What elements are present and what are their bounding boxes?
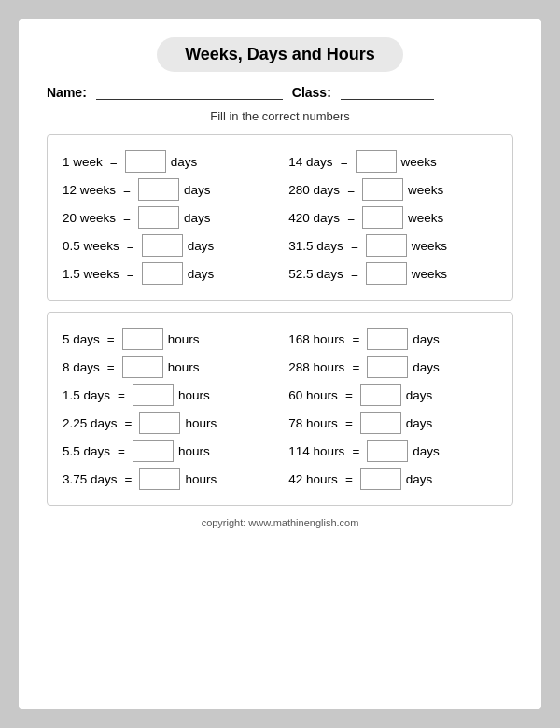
right-answer-input[interactable] xyxy=(362,178,403,201)
left-answer-input[interactable] xyxy=(139,412,180,434)
right-answer-input[interactable] xyxy=(367,356,408,378)
page: Weeks, Days and Hours Name: Class: Fill … xyxy=(19,19,541,709)
right-unit: days xyxy=(413,360,440,374)
left-question: 20 weeks xyxy=(63,211,116,225)
table-row: 1.5 weeks = days 52.5 days = weeks xyxy=(63,262,497,285)
equals-sign: = xyxy=(127,239,134,253)
table-row: 1.5 days = hours 60 hours = days xyxy=(63,384,497,406)
left-answer-input[interactable] xyxy=(122,328,163,350)
right-question: 288 hours xyxy=(288,360,344,374)
left-answer-input[interactable] xyxy=(133,384,174,406)
right-answer-input[interactable] xyxy=(360,468,401,490)
equals-sign: = xyxy=(107,360,115,374)
name-input-line[interactable] xyxy=(96,85,283,100)
left-answer-input[interactable] xyxy=(125,150,166,173)
left-answer-input[interactable] xyxy=(142,234,183,257)
left-question: 12 weeks xyxy=(63,183,116,197)
left-question: 1 week xyxy=(63,155,103,169)
right-answer-input[interactable] xyxy=(367,328,408,350)
left-group: 2.25 days = hours xyxy=(63,412,272,434)
equals-sign: = xyxy=(125,472,133,486)
right-group: 31.5 days = weeks xyxy=(288,234,497,257)
left-group: 3.75 days = hours xyxy=(63,468,272,490)
left-unit: days xyxy=(184,211,211,225)
right-question: 14 days xyxy=(288,155,332,169)
equals-sign: = xyxy=(352,444,359,458)
page-title: Weeks, Days and Hours xyxy=(157,37,403,72)
left-group: 8 days = hours xyxy=(63,356,272,378)
right-answer-input[interactable] xyxy=(366,234,407,257)
equals-sign: = xyxy=(107,332,115,346)
table-row: 8 days = hours 288 hours = days xyxy=(63,356,497,378)
right-group: 78 hours = days xyxy=(288,412,497,434)
left-answer-input[interactable] xyxy=(138,178,179,201)
equals-sign: = xyxy=(347,211,355,225)
equals-sign: = xyxy=(352,360,359,374)
left-answer-input[interactable] xyxy=(142,262,183,285)
right-unit: weeks xyxy=(412,239,447,253)
right-answer-input[interactable] xyxy=(366,262,407,285)
equals-sign: = xyxy=(351,267,358,281)
right-unit: days xyxy=(406,416,433,430)
right-unit: weeks xyxy=(408,183,443,197)
equals-sign: = xyxy=(341,155,348,169)
left-group: 5.5 days = hours xyxy=(63,440,272,462)
left-answer-input[interactable] xyxy=(133,440,174,462)
left-unit: hours xyxy=(168,360,200,374)
equals-sign: = xyxy=(345,388,353,402)
right-answer-input[interactable] xyxy=(356,150,397,173)
right-question: 168 hours xyxy=(288,332,344,346)
right-group: 420 days = weeks xyxy=(288,206,497,229)
right-group: 42 hours = days xyxy=(288,468,497,490)
left-group: 1.5 weeks = days xyxy=(63,262,272,285)
right-answer-input[interactable] xyxy=(360,384,401,406)
right-unit: weeks xyxy=(408,211,443,225)
equals-sign: = xyxy=(118,388,125,402)
table-row: 5.5 days = hours 114 hours = days xyxy=(63,440,497,462)
left-unit: hours xyxy=(178,444,210,458)
equals-sign: = xyxy=(345,416,353,430)
section-weeks-days: 1 week = days 14 days = weeks 12 weeks =… xyxy=(47,134,513,301)
left-unit: days xyxy=(188,267,215,281)
left-unit: days xyxy=(171,155,198,169)
right-unit: days xyxy=(413,332,440,346)
left-unit: hours xyxy=(185,416,217,430)
name-class-row: Name: Class: xyxy=(47,85,513,100)
left-answer-input[interactable] xyxy=(139,468,180,490)
left-question: 8 days xyxy=(63,360,100,374)
left-answer-input[interactable] xyxy=(122,356,163,378)
table-row: 1 week = days 14 days = weeks xyxy=(63,150,497,173)
right-group: 60 hours = days xyxy=(288,384,497,406)
right-answer-input[interactable] xyxy=(362,206,403,229)
right-group: 288 hours = days xyxy=(288,356,497,378)
left-question: 5 days xyxy=(63,332,100,346)
right-answer-input[interactable] xyxy=(360,412,401,434)
right-unit: weeks xyxy=(401,155,437,169)
left-unit: hours xyxy=(185,472,217,486)
equals-sign: = xyxy=(123,211,131,225)
left-group: 0.5 weeks = days xyxy=(63,234,272,257)
left-group: 20 weeks = days xyxy=(63,206,272,229)
left-question: 1.5 weeks xyxy=(63,267,119,281)
equals-sign: = xyxy=(123,183,131,197)
equals-sign: = xyxy=(118,444,125,458)
right-answer-input[interactable] xyxy=(367,440,408,462)
right-group: 280 days = weeks xyxy=(288,178,497,201)
left-answer-input[interactable] xyxy=(138,206,179,229)
right-question: 31.5 days xyxy=(288,239,343,253)
table-row: 5 days = hours 168 hours = days xyxy=(63,328,497,350)
left-unit: hours xyxy=(178,388,210,402)
left-unit: hours xyxy=(168,332,200,346)
class-input-line[interactable] xyxy=(341,85,434,100)
right-group: 52.5 days = weeks xyxy=(288,262,497,285)
equals-sign: = xyxy=(110,155,118,169)
left-unit: days xyxy=(184,183,211,197)
table-row: 12 weeks = days 280 days = weeks xyxy=(63,178,497,201)
equals-sign: = xyxy=(351,239,358,253)
instruction-text: Fill in the correct numbers xyxy=(47,109,513,123)
class-label: Class: xyxy=(292,85,331,100)
right-unit: weeks xyxy=(412,267,447,281)
right-group: 168 hours = days xyxy=(288,328,497,350)
table-row: 3.75 days = hours 42 hours = days xyxy=(63,468,497,490)
copyright-text: copyright: www.mathinenglish.com xyxy=(47,517,513,528)
